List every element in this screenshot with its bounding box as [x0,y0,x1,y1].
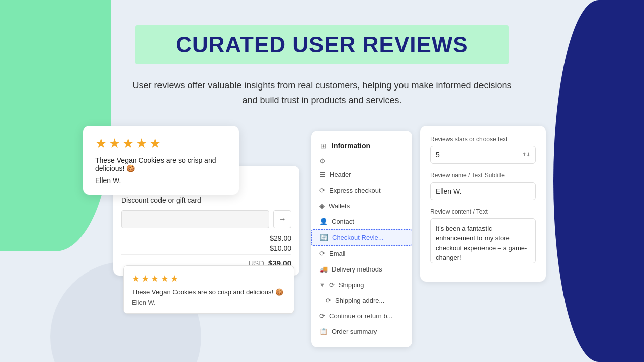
inner-star-1: ★ [132,273,140,284]
express-nav-icon: ⟳ [319,187,325,194]
nav-item-email[interactable]: ⟳ Email [311,246,412,261]
nav-item-checkout-review[interactable]: 🔄 Checkout Revie... [311,229,412,246]
header-nav-icon: ☰ [319,171,326,178]
nav-item-shipping[interactable]: ▼ ⟳ Shipping [311,277,412,293]
right-section: ⊞ Information ⚙ ☰ Header ⟳ Express check… [311,126,546,347]
inner-review-text: These Vegan Cookies are so crisp and del… [132,288,286,296]
left-section: ★ ★ ★ ★ ★ These Vegan Cookies are so cri… [98,126,299,314]
shipping-nav-icon: ⟳ [329,281,335,289]
nav-item-delivery[interactable]: 🚚 Delivery methods [311,261,412,277]
discount-label: Discount code or gift card [121,196,201,204]
shipping-addr-nav-icon: ⟳ [326,297,331,304]
inner-star-4: ★ [160,273,169,284]
nav-panel-title: Information [332,142,370,150]
name-value: Ellen W. [436,187,461,195]
inner-star-2: ★ [141,273,149,284]
star-4: ★ [136,136,147,151]
stars-label: Reviews stars or choose text [430,136,536,143]
floating-stars-row: ★ ★ ★ ★ ★ [95,136,227,151]
discount-input[interactable] [121,210,269,228]
content-textarea[interactable]: It's been a fantastic enhancement to my … [430,218,536,263]
price-row-1: $29.00 [121,234,291,242]
expand-icon: ▼ [319,282,325,288]
nav-item-wallets[interactable]: ◈ Wallets [311,198,412,214]
nav-item-order-label: Order summary [332,328,377,335]
inner-star-5: ★ [170,273,178,284]
page-title: CURATED USER REVIEWS [176,32,468,57]
content-label: Review content / Text [430,208,536,215]
nav-item-email-label: Email [329,250,346,257]
nav-item-shipping-addr-label: Shipping addre... [335,297,384,304]
nav-item-delivery-label: Delivery methods [332,265,382,273]
continue-nav-icon: ⟳ [319,312,325,320]
floating-reviewer-name: Ellen W. [95,176,227,185]
nav-item-continue[interactable]: ⟳ Continue or return b... [311,308,412,324]
nav-grid-icon: ⊞ [319,142,328,150]
content-value: It's been a fantastic enhancement to my … [436,225,527,262]
price-2: $10.00 [270,244,291,252]
inner-star-3: ★ [151,273,159,284]
inner-review-card: ★ ★ ★ ★ ★ These Vegan Cookies are so cri… [123,265,294,314]
nav-item-wallets-label: Wallets [329,202,350,210]
nav-panel: ⊞ Information ⚙ ☰ Header ⟳ Express check… [311,131,412,347]
title-banner: CURATED USER REVIEWS [135,25,508,64]
nav-item-checkout-review-label: Checkout Revie... [332,234,384,241]
nav-item-header[interactable]: ☰ Header [311,167,412,183]
settings-icon: ⚙ [319,157,326,165]
stars-value: 5 [436,151,440,159]
star-5: ★ [149,136,161,151]
nav-item-express-label: Express checkout [329,187,381,194]
star-2: ★ [109,136,120,151]
inner-reviewer-name: Ellen W. [132,299,286,306]
stars-form-group: Reviews stars or choose text 5 ⬆⬇ [430,136,536,164]
nav-item-shipping-address[interactable]: ⟳ Shipping addre... [311,293,412,308]
nav-item-contact-label: Contact [332,218,354,225]
name-input[interactable]: Ellen W. [430,182,536,200]
name-form-group: Review name / Text Subtitle Ellen W. [430,172,536,200]
nav-item-contact[interactable]: 👤 Contact [311,214,412,229]
nav-item-continue-label: Continue or return b... [329,312,392,320]
floating-review-card: ★ ★ ★ ★ ★ These Vegan Cookies are so cri… [83,126,239,195]
nav-item-shipping-label: Shipping [339,281,364,289]
select-chevron-icon: ⬆⬇ [522,152,530,157]
apply-button[interactable]: → [273,210,291,228]
nav-header: ⊞ Information [311,139,412,155]
star-1: ★ [95,136,107,151]
cards-row: ★ ★ ★ ★ ★ These Vegan Cookies are so cri… [98,126,546,347]
page-subtitle: User reviews offer valuable insights fro… [131,78,513,108]
inner-stars-row: ★ ★ ★ ★ ★ [132,273,286,284]
nav-item-express[interactable]: ⟳ Express checkout [311,183,412,198]
price-row-2: $10.00 [121,244,291,252]
delivery-nav-icon: 🚚 [319,265,328,273]
nav-item-header-label: Header [330,171,351,178]
nav-gear-row: ⚙ [311,155,412,167]
content-form-group: Review content / Text It's been a fantas… [430,208,536,263]
checkout-review-nav-icon: 🔄 [320,234,328,241]
wallets-nav-icon: ◈ [319,202,325,210]
contact-nav-icon: 👤 [319,218,328,225]
form-panel: Reviews stars or choose text 5 ⬆⬇ Review… [420,126,546,282]
discount-row: Discount code or gift card [121,196,291,204]
floating-review-text: These Vegan Cookies are so crisp and del… [95,156,227,172]
star-3: ★ [122,136,134,151]
price-1: $29.00 [270,234,291,242]
nav-item-order[interactable]: 📋 Order summary [311,324,412,339]
stars-select[interactable]: 5 ⬆⬇ [430,146,536,164]
email-nav-icon: ⟳ [319,250,325,257]
order-nav-icon: 📋 [319,328,328,335]
name-label: Review name / Text Subtitle [430,172,536,179]
